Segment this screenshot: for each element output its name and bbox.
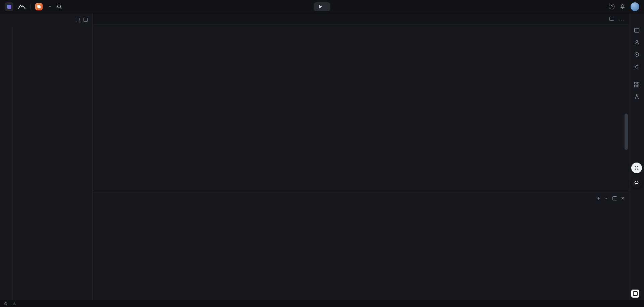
bell-icon[interactable]: [620, 4, 625, 9]
apps-button[interactable]: [631, 163, 642, 173]
watermark-icon: [631, 290, 639, 298]
watermark: [628, 290, 639, 298]
panel-layout-icon[interactable]: [633, 27, 640, 34]
tab-bar: [93, 13, 629, 24]
close-panel-icon[interactable]: [621, 195, 624, 201]
split-panel-icon[interactable]: [612, 196, 617, 200]
warning-icon: [13, 301, 16, 306]
error-icon: [4, 301, 7, 306]
app-menu-logo[interactable]: [5, 2, 13, 11]
more-actions-icon[interactable]: [619, 17, 624, 20]
bug-icon[interactable]: [633, 63, 640, 70]
breadcrumb: [93, 24, 629, 33]
main-area: [0, 13, 644, 300]
target-icon[interactable]: [633, 51, 640, 58]
project-selector[interactable]: [35, 3, 52, 10]
play-icon: [319, 5, 322, 8]
indent-guide: [12, 26, 13, 300]
assistant-face-icon: [634, 181, 639, 184]
help-icon[interactable]: [609, 4, 614, 9]
sidebar: [0, 13, 93, 300]
avatar[interactable]: [631, 2, 639, 11]
split-editor-icon[interactable]: [609, 17, 614, 21]
editor-area: [93, 13, 629, 300]
code-editor[interactable]: [93, 33, 629, 192]
run-button[interactable]: [314, 2, 330, 11]
project-icon: [35, 3, 43, 10]
search-icon[interactable]: [57, 4, 62, 9]
problems-errors[interactable]: [4, 301, 9, 306]
status-bar: [0, 300, 644, 307]
collapse-all-icon[interactable]: [84, 18, 88, 22]
tab-list: [93, 13, 605, 24]
problems-warnings[interactable]: [13, 301, 17, 306]
scrollbar[interactable]: [625, 114, 628, 150]
bottom-panel: [93, 192, 629, 300]
brand-logo-icon[interactable]: [18, 4, 25, 9]
chevron-down-icon: [48, 5, 53, 9]
file-tree: [0, 26, 92, 300]
flask-icon[interactable]: [633, 93, 640, 100]
assistant-button[interactable]: [631, 177, 642, 188]
divider: [30, 4, 31, 9]
user-icon[interactable]: [633, 39, 640, 46]
sidebar-header: [0, 13, 92, 26]
new-file-icon[interactable]: [76, 18, 79, 22]
terminal[interactable]: [93, 204, 629, 300]
panel-header: [93, 192, 629, 204]
topbar: [0, 0, 644, 13]
grid-icon[interactable]: [633, 81, 640, 88]
new-terminal-icon[interactable]: [597, 195, 600, 201]
right-rail: [629, 13, 644, 300]
terminal-dropdown-icon[interactable]: [604, 196, 609, 200]
